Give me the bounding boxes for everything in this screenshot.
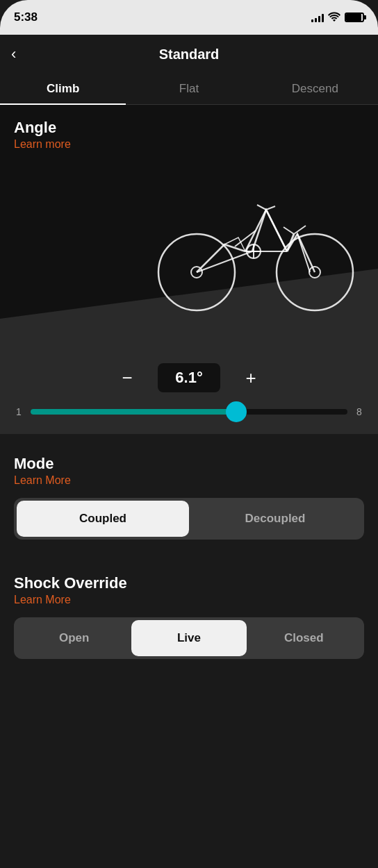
slider-controls: − 6.1° + 1 8 xyxy=(0,352,378,434)
battery-icon xyxy=(345,12,364,22)
tab-flat[interactable]: Flat xyxy=(126,74,252,104)
slider-thumb[interactable] xyxy=(226,401,247,422)
mode-decoupled-button[interactable]: Decoupled xyxy=(189,501,361,537)
slider-max-label: 8 xyxy=(354,406,364,417)
angle-section: Angle Learn more xyxy=(0,105,378,434)
bike-illustration xyxy=(0,158,378,352)
shock-toggle-group: Open Live Closed xyxy=(14,617,364,659)
back-button[interactable]: ‹ xyxy=(11,45,16,63)
header-title: Standard xyxy=(159,47,220,62)
angle-slider[interactable] xyxy=(31,409,347,415)
angle-label-area: Angle Learn more xyxy=(0,105,378,158)
shock-open-button[interactable]: Open xyxy=(17,620,131,656)
shock-section: Shock Override Learn More Open Live Clos… xyxy=(0,553,378,673)
slider-fill xyxy=(31,409,236,415)
value-control: − 6.1° + xyxy=(14,363,364,392)
shock-live-button[interactable]: Live xyxy=(131,620,246,656)
bike-image xyxy=(145,165,367,317)
tab-climb[interactable]: Climb xyxy=(0,74,126,104)
slider-min-label: 1 xyxy=(14,406,24,417)
back-icon: ‹ xyxy=(11,45,16,63)
mode-title: Mode xyxy=(14,455,364,473)
shock-title: Shock Override xyxy=(14,574,364,592)
status-bar: 5:38 xyxy=(0,0,378,35)
slider-row: 1 8 xyxy=(14,406,364,417)
increment-button[interactable]: + xyxy=(237,364,265,392)
wifi-icon xyxy=(328,12,340,24)
shock-learn-more[interactable]: Learn More xyxy=(14,594,364,606)
status-icons xyxy=(311,12,364,24)
decrement-button[interactable]: − xyxy=(113,364,141,392)
tab-bar: Climb Flat Descend xyxy=(0,74,378,105)
tab-descend[interactable]: Descend xyxy=(252,74,378,104)
angle-value-display: 6.1° xyxy=(158,363,220,392)
header: ‹ Standard xyxy=(0,35,378,74)
angle-title: Angle xyxy=(14,119,364,137)
status-time: 5:38 xyxy=(14,10,38,24)
signal-icon xyxy=(311,12,324,22)
mode-learn-more[interactable]: Learn More xyxy=(14,474,364,487)
mode-coupled-button[interactable]: Coupled xyxy=(17,501,189,537)
angle-learn-more[interactable]: Learn more xyxy=(14,138,364,151)
mode-section: Mode Learn More Coupled Decoupled xyxy=(0,434,378,553)
mode-toggle-group: Coupled Decoupled xyxy=(14,498,364,540)
bottom-spacer xyxy=(0,673,378,728)
shock-closed-button[interactable]: Closed xyxy=(247,620,361,656)
